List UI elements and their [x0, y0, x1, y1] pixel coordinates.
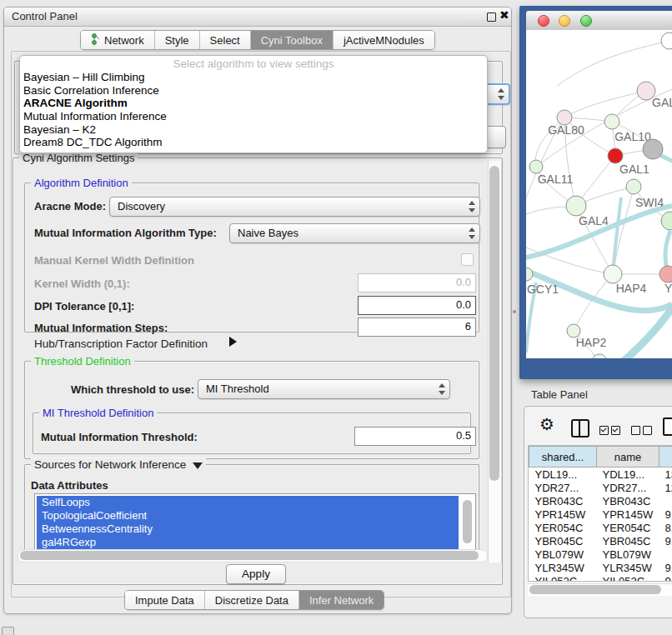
table-cell[interactable]: YPR145W	[597, 508, 659, 521]
table-cell[interactable]: YBR043C	[529, 494, 597, 508]
sources-title[interactable]: Sources for Network Inference	[31, 458, 206, 471]
table-cell[interactable]: YER054C	[529, 521, 597, 534]
manual-kernel-checkbox[interactable]	[461, 253, 474, 266]
network-node[interactable]	[643, 139, 663, 159]
table-cell[interactable]: 9	[659, 574, 672, 582]
network-node[interactable]	[626, 179, 641, 194]
data-attributes-list[interactable]: SelfLoopsTopologicalCoefficientBetweenne…	[34, 493, 476, 556]
network-node[interactable]	[604, 114, 619, 129]
mi-steps-field[interactable]: 6	[358, 318, 476, 337]
tab-infer-network[interactable]: Infer Network	[299, 591, 384, 609]
table-cell[interactable]	[659, 548, 672, 561]
attribute-item[interactable]: gal4RGexp	[37, 536, 459, 549]
select-all-columns-icon[interactable]	[599, 423, 623, 438]
settings-vscrollbar[interactable]	[488, 161, 502, 562]
table-cell[interactable]: YER054C	[597, 521, 659, 534]
network-edge[interactable]	[564, 91, 646, 118]
table-hscrollbar[interactable]	[528, 583, 672, 596]
table-row[interactable]: YDR27...YDR27...12	[529, 481, 672, 494]
attribute-item[interactable]: BetweennessCentrality	[37, 522, 459, 536]
network-node[interactable]	[529, 160, 543, 173]
mi-threshold-field[interactable]: 0.5	[354, 427, 476, 446]
export-table-icon[interactable]	[663, 418, 672, 436]
deselect-all-columns-icon[interactable]	[631, 423, 654, 438]
column-layout-icon[interactable]	[571, 419, 589, 438]
tab-network[interactable]: Network	[81, 31, 155, 49]
tab-jactivemnodules[interactable]: jActiveMNodules	[333, 31, 434, 49]
expand-arrow-icon[interactable]	[229, 337, 237, 347]
algorithm-option[interactable]: Bayesian – K2	[20, 123, 487, 137]
zoom-traffic-light[interactable]	[580, 15, 592, 27]
table-cell[interactable]: YLR345W	[597, 561, 659, 574]
table-row[interactable]: YBR045CYBR045C9.	[529, 534, 672, 548]
table-row[interactable]: YLR345WYLR345W9.	[529, 561, 672, 574]
tab-cyni-toolbox[interactable]: Cyni Toolbox	[251, 31, 333, 49]
column-header[interactable]: shared...	[529, 447, 597, 468]
table-cell[interactable]: YBR045C	[597, 534, 659, 548]
apply-button[interactable]: Apply	[226, 564, 286, 584]
table-cell[interactable]: YBL079W	[529, 548, 597, 561]
table-row[interactable]: YBR043CYBR043C	[529, 494, 672, 508]
column-header[interactable]	[659, 447, 672, 468]
table-row[interactable]: YPR145WYPR145W9.	[529, 508, 672, 521]
algorithm-option[interactable]: Mutual Information Inference	[20, 110, 487, 123]
network-node[interactable]	[566, 196, 586, 216]
network-edge[interactable]	[613, 198, 621, 274]
close-icon[interactable]: ✖	[499, 8, 509, 22]
network-edge[interactable]	[557, 41, 669, 86]
table-hscrollbar-thumb[interactable]	[529, 585, 661, 594]
settings-hscrollbar[interactable]	[18, 549, 488, 562]
gear-icon[interactable]: ⚙	[539, 416, 554, 432]
table-row[interactable]: YIL052CYIL052C9	[529, 574, 672, 582]
algorithm-option[interactable]: Dream8 DC_TDC Algorithm	[20, 136, 487, 149]
tab-discretize-data[interactable]: Discretize Data	[205, 591, 299, 609]
table-cell[interactable]: YDR27...	[597, 481, 659, 494]
attribute-item[interactable]: TopologicalCoefficient	[37, 509, 459, 522]
network-node[interactable]	[608, 148, 623, 163]
dpi-tolerance-field[interactable]: 0.0	[358, 296, 476, 315]
list-scrollbar[interactable]	[461, 496, 474, 553]
table-cell[interactable]: YPR145W	[529, 508, 597, 521]
network-edge[interactable]	[614, 306, 672, 358]
algorithm-option[interactable]: Basic Correlation Inference	[20, 84, 487, 98]
attribute-item[interactable]: SelfLoops	[37, 496, 459, 509]
minimize-traffic-light[interactable]	[559, 15, 570, 27]
column-header[interactable]: name	[597, 447, 659, 468]
table-cell[interactable]: YLR345W	[529, 561, 597, 574]
table-cell[interactable]: 9.	[659, 561, 672, 574]
which-threshold-combo[interactable]: MI Threshold	[198, 379, 450, 399]
tab-style[interactable]: Style	[155, 31, 200, 49]
table-row[interactable]: YBL079WYBL079W	[529, 548, 672, 561]
float-window-icon[interactable]	[487, 12, 496, 22]
tab-impute-data[interactable]: Impute Data	[125, 591, 205, 609]
list-scrollbar-thumb[interactable]	[463, 500, 472, 543]
table-cell[interactable]	[659, 494, 672, 508]
network-node[interactable]	[526, 268, 533, 281]
splitter-handle[interactable]	[513, 310, 516, 313]
network-node[interactable]	[604, 265, 622, 283]
table-cell[interactable]: 8.	[659, 521, 672, 534]
table-cell[interactable]: 13	[659, 468, 672, 482]
close-traffic-light[interactable]	[538, 15, 549, 27]
network-node[interactable]	[659, 266, 672, 282]
table-cell[interactable]: YBR043C	[597, 494, 659, 508]
network-canvas[interactable]: GALGAL80GAL10GAL1GAL11SWI4GAL4GCY1HAP4YH…	[526, 30, 672, 358]
table-cell[interactable]: YBL079W	[597, 548, 659, 561]
table-row[interactable]: YDL19...YDL19...13	[529, 468, 672, 482]
table-cell[interactable]: 9.	[659, 534, 672, 548]
settings-vscrollbar-thumb[interactable]	[489, 166, 499, 481]
mi-type-combo[interactable]: Naive Bayes	[229, 223, 480, 243]
algorithm-option[interactable]: ARACNE Algorithm	[20, 97, 487, 110]
kernel-width-field[interactable]: 0.0	[358, 273, 476, 292]
table-cell[interactable]: YBR045C	[529, 534, 597, 548]
network-node[interactable]	[661, 32, 672, 49]
algorithm-option[interactable]: Bayesian – Hill Climbing	[20, 71, 487, 84]
settings-hscrollbar-thumb[interactable]	[20, 551, 479, 560]
network-node[interactable]	[661, 212, 672, 230]
collapsed-panel-icon[interactable]	[2, 627, 14, 635]
table-cell[interactable]: 9.	[659, 508, 672, 521]
table-cell[interactable]: YIL052C	[529, 574, 597, 582]
network-window-titlebar[interactable]	[526, 11, 672, 31]
table-cell[interactable]: YDR27...	[529, 481, 597, 494]
table-cell[interactable]: YDL19...	[597, 468, 659, 482]
